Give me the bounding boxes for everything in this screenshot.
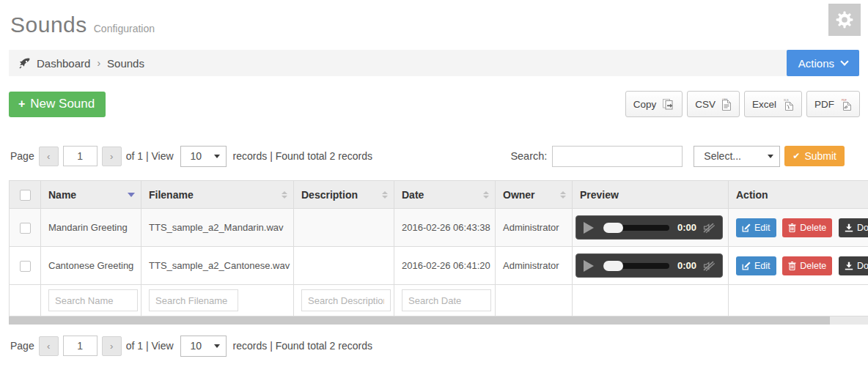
seek-slider[interactable]	[603, 263, 669, 269]
prev-page-button[interactable]: ‹	[39, 147, 59, 166]
search-input[interactable]	[552, 146, 683, 167]
column-label: Description	[301, 189, 358, 201]
column-header-owner[interactable]: Owner	[496, 181, 573, 209]
next-page-button[interactable]: ›	[102, 336, 122, 356]
filter-filename-cell	[141, 285, 294, 316]
page-size-value: 10	[191, 150, 202, 162]
column-header-preview: Preview	[573, 181, 729, 209]
description-cell	[294, 247, 394, 285]
pagination-top: Page ‹ › of 1 | View 10 records | Found …	[10, 146, 372, 167]
description-cell	[294, 209, 394, 247]
new-sound-button-label: New Sound	[30, 97, 95, 111]
edit-icon	[742, 262, 751, 270]
settings-button[interactable]	[828, 4, 861, 36]
column-label: Action	[736, 189, 768, 201]
horizontal-scrollbar-thumb[interactable]	[9, 316, 830, 325]
search-field-value: Select...	[704, 150, 741, 162]
page-number-input[interactable]	[63, 146, 98, 166]
edit-button[interactable]: Edit	[736, 218, 776, 237]
download-button[interactable]: Download	[839, 218, 868, 237]
breadcrumb-dashboard[interactable]: Dashboard	[37, 57, 90, 70]
mute-icon[interactable]	[702, 222, 715, 234]
action-cell: Edit Delete Download	[729, 209, 868, 247]
seek-knob[interactable]	[603, 223, 623, 233]
table-row: Cantonese Greeting TTS_sample_a2_Cantone…	[10, 247, 868, 285]
next-icon: ›	[110, 341, 113, 352]
horizontal-scrollbar-track[interactable]	[9, 316, 868, 325]
delete-button[interactable]: Delete	[782, 256, 832, 275]
records-summary: records | Found total 2 records	[233, 340, 372, 352]
sort-icon	[382, 191, 388, 199]
search-name-input[interactable]	[48, 289, 138, 311]
csv-button[interactable]: CSV CSV	[687, 91, 740, 117]
of-view-label: of 1 | View	[126, 150, 174, 162]
seek-knob[interactable]	[603, 261, 623, 271]
page-label: Page	[10, 150, 34, 162]
delete-button[interactable]: Delete	[782, 218, 832, 237]
copy-button-label: Copy	[633, 99, 657, 110]
sort-icon	[483, 191, 489, 199]
column-header-description[interactable]: Description	[294, 181, 394, 209]
select-all-checkbox[interactable]	[20, 190, 31, 201]
select-arrow-icon	[214, 344, 220, 348]
edit-button[interactable]: Edit	[736, 256, 776, 275]
column-header-name[interactable]: Name	[41, 181, 141, 209]
sort-icon	[282, 191, 287, 199]
sounds-table: Name Filename Description Date Owner Pre…	[9, 180, 868, 316]
preview-cell: 0:00	[573, 209, 729, 247]
svg-text:CSV: CSV	[722, 98, 728, 101]
row-checkbox[interactable]	[20, 261, 31, 272]
actions-button[interactable]: Actions	[787, 50, 859, 76]
rocket-icon	[19, 58, 30, 69]
excel-button[interactable]: Excel XLS	[744, 91, 802, 117]
pagination-bottom: Page ‹ › of 1 | View 10 records | Found …	[10, 335, 372, 357]
download-icon	[845, 262, 853, 270]
of-view-label: of 1 | View	[126, 340, 174, 352]
page-size-select[interactable]: 10	[180, 146, 227, 167]
select-arrow-icon	[768, 155, 773, 158]
page-size-select[interactable]: 10	[180, 336, 227, 357]
search-field-select[interactable]: Select...	[694, 146, 780, 167]
trash-icon	[788, 223, 796, 232]
pdf-file-icon: PDF	[840, 98, 852, 111]
page-label: Page	[10, 340, 34, 352]
download-button[interactable]: Download	[839, 256, 868, 275]
prev-icon: ‹	[47, 151, 50, 162]
csv-button-label: CSV	[695, 99, 716, 110]
submit-button[interactable]: ✔ Submit	[784, 146, 845, 166]
search-date-input[interactable]	[402, 289, 491, 311]
column-header-filename[interactable]: Filename	[141, 181, 294, 209]
mute-icon[interactable]	[702, 260, 715, 272]
edit-button-label: Edit	[754, 261, 770, 271]
copy-button[interactable]: Copy	[625, 91, 683, 117]
page-number-input[interactable]	[63, 336, 98, 356]
preview-cell: 0:00	[573, 247, 729, 285]
pdf-button[interactable]: PDF PDF	[806, 91, 860, 117]
svg-text:XLS: XLS	[784, 99, 789, 102]
search-filename-input[interactable]	[149, 289, 238, 311]
seek-slider[interactable]	[603, 225, 669, 231]
chevron-down-icon	[840, 57, 848, 65]
delete-button-label: Delete	[800, 223, 826, 233]
search-description-input[interactable]	[301, 289, 391, 311]
table-header-row: Name Filename Description Date Owner Pre…	[10, 181, 868, 209]
play-icon[interactable]	[584, 260, 594, 272]
sounds-table-wrapper: Name Filename Description Date Owner Pre…	[9, 180, 868, 316]
prev-page-button[interactable]: ‹	[39, 336, 59, 356]
page-size-value: 10	[191, 340, 202, 352]
new-sound-button[interactable]: + New Sound	[9, 92, 106, 117]
next-page-button[interactable]: ›	[102, 147, 122, 166]
row-checkbox[interactable]	[20, 223, 31, 234]
search-bar: Search: Select... ✔ Submit	[510, 146, 845, 167]
column-header-date[interactable]: Date	[394, 181, 496, 209]
player-time: 0:00	[677, 260, 696, 271]
check-icon: ✔	[792, 151, 800, 161]
actions-button-label: Actions	[798, 57, 834, 70]
filename-cell: TTS_sample_a2_Mandarin.wav	[141, 209, 294, 247]
next-icon: ›	[110, 151, 113, 162]
sort-icon	[560, 191, 566, 199]
play-icon[interactable]	[584, 222, 594, 234]
download-button-label: Download	[857, 223, 868, 233]
column-label: Filename	[149, 189, 194, 201]
filter-description-cell	[294, 285, 394, 316]
